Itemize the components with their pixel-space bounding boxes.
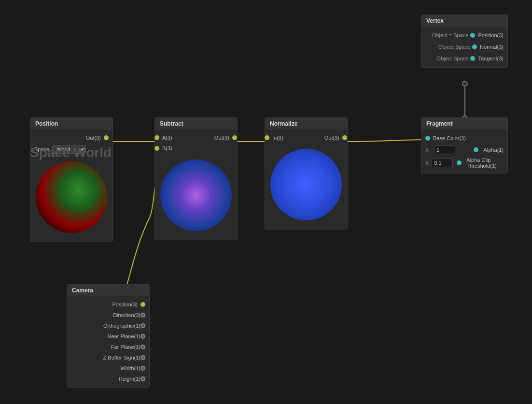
vertex-tangent-row: Object Space Tangent(3) [421, 53, 507, 64]
fragment-alphaclip-row: X Alpha Clip Threshold(1) [421, 156, 507, 170]
normalize-preview [269, 146, 343, 223]
normalize-in-label: In(3) [272, 135, 283, 141]
camera-farplane-row: Far Plane(1) [67, 342, 149, 352]
camera-ortho-port[interactable] [140, 323, 145, 328]
subtract-b-port[interactable] [154, 146, 159, 151]
normalize-node: Normalize In(3) Out(3) [265, 117, 348, 230]
camera-height-row: Height(1) [67, 374, 149, 384]
camera-direction-port[interactable] [140, 313, 145, 317]
fragment-alphaclip-value[interactable] [432, 159, 453, 167]
position-space-select[interactable]: World Object View Tangent [52, 145, 86, 154]
fragment-basecolor-label: Base Color(3) [433, 135, 466, 141]
camera-width-label: Width(1) [120, 365, 140, 371]
fragment-alphaclip-port[interactable] [457, 160, 462, 165]
position-out-label: Out(3) [86, 135, 101, 141]
position-space-row: Space World Object View Tangent [30, 143, 112, 156]
vertex-tangent-space-label: Object Space [425, 56, 468, 61]
camera-nearplane-port[interactable] [140, 334, 145, 339]
vertex-position-port[interactable] [470, 33, 475, 38]
camera-zbuffer-port[interactable] [140, 355, 145, 360]
position-preview [34, 159, 109, 236]
subtract-node: Subtract A(3) Out(3) B(3) [154, 117, 238, 240]
fragment-node-title: Fragment [421, 118, 507, 130]
fragment-alpha-label: Alpha(1) [483, 147, 504, 153]
normalize-sphere [270, 149, 342, 220]
normalize-out-port[interactable] [342, 135, 347, 140]
camera-width-port[interactable] [140, 366, 145, 371]
subtract-b-label: B(3) [162, 145, 172, 151]
vertex-position-row: Object = Space Position(3) [421, 29, 507, 41]
fragment-alpha-value[interactable] [434, 145, 455, 154]
fragment-basecolor-row: Base Color(3) [421, 132, 507, 144]
camera-zbuffer-label: Z Buffer Sign(1) [103, 355, 140, 361]
subtract-preview [159, 157, 233, 234]
normalize-in-port[interactable] [265, 135, 269, 140]
svg-point-1 [462, 81, 467, 86]
camera-ortho-row: Orthographic(1) [67, 320, 149, 331]
camera-position-row: Position(3) [67, 299, 149, 310]
camera-position-port[interactable] [140, 302, 145, 307]
position-node: Position Out(3) Space World Object View … [30, 117, 113, 242]
camera-farplane-label: Far Plane(1) [111, 344, 140, 350]
vertex-normal-row: Object Space Normal(3) [421, 41, 507, 53]
camera-ortho-label: Orthographic(1) [103, 323, 140, 329]
vertex-tangent-label: Tangent(3) [478, 56, 504, 61]
camera-height-port[interactable] [140, 376, 145, 381]
vertex-position-space-label: Object = Space [425, 32, 468, 38]
fragment-node: Fragment Base Color(3) X Alpha(1) X Alph… [421, 117, 508, 173]
subtract-out-label: Out(3) [214, 135, 229, 141]
subtract-sphere [160, 159, 232, 231]
fragment-alpha-row: X Alpha(1) [421, 144, 507, 156]
normalize-node-title: Normalize [265, 118, 347, 130]
camera-direction-label: Direction(3) [113, 312, 140, 318]
position-output-row: Out(3) [30, 132, 112, 143]
vertex-tangent-port[interactable] [470, 56, 475, 61]
normalize-out-label: Out(3) [324, 135, 339, 141]
camera-node-title: Camera [67, 285, 149, 296]
position-node-title: Position [30, 118, 112, 130]
camera-direction-row: Direction(3) [67, 310, 149, 320]
subtract-out-port[interactable] [232, 135, 237, 140]
camera-farplane-port[interactable] [140, 345, 145, 349]
camera-nearplane-row: Near Plane(1) [67, 331, 149, 342]
fragment-alpha-port[interactable] [474, 147, 478, 152]
camera-width-row: Width(1) [67, 363, 149, 374]
vertex-position-label: Position(3) [478, 32, 504, 38]
position-out-port[interactable] [104, 135, 109, 140]
vertex-node-title: Vertex [421, 15, 507, 27]
vertex-normal-port[interactable] [472, 44, 477, 49]
camera-node: Camera Position(3) Direction(3) Orthogra… [67, 284, 150, 388]
fragment-alphaclip-x-label: X [425, 160, 430, 166]
camera-nearplane-label: Near Plane(1) [108, 333, 140, 339]
vertex-node: Vertex Object = Space Position(3) Object… [421, 14, 508, 68]
camera-position-label: Position(3) [112, 302, 138, 307]
fragment-basecolor-port[interactable] [425, 136, 430, 141]
vertex-normal-label: Normal(3) [480, 44, 504, 50]
subtract-a-port[interactable] [154, 135, 159, 140]
subtract-a-label: A(3) [162, 135, 172, 141]
subtract-node-title: Subtract [155, 118, 237, 130]
fragment-alphaclip-label: Alpha Clip Threshold(1) [466, 157, 504, 169]
vertex-normal-space-label: Object Space [425, 44, 470, 50]
position-sphere [36, 161, 107, 233]
position-space-label: Space [34, 146, 49, 152]
camera-height-label: Height(1) [119, 376, 140, 382]
camera-zbuffer-row: Z Buffer Sign(1) [67, 352, 149, 363]
fragment-alpha-x-label: X [425, 147, 432, 153]
